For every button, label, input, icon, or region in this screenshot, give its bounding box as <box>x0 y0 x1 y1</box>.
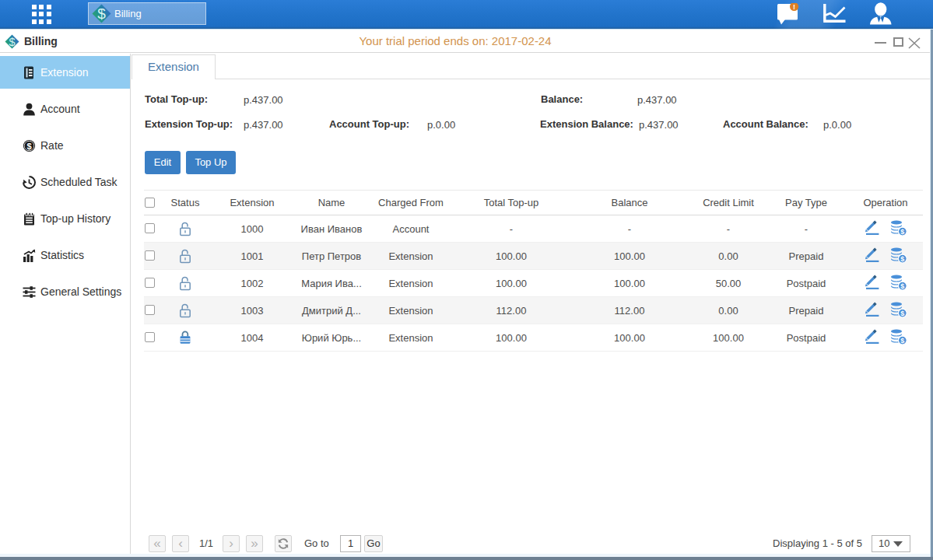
svg-text:!: ! <box>793 3 795 11</box>
svg-text:$: $ <box>900 310 904 317</box>
svg-text:$: $ <box>26 142 31 151</box>
svg-text:$: $ <box>900 337 904 345</box>
svg-text:$: $ <box>900 255 904 263</box>
svg-text:$: $ <box>97 5 106 22</box>
svg-text:$: $ <box>900 282 904 290</box>
svg-text:$: $ <box>900 228 904 236</box>
